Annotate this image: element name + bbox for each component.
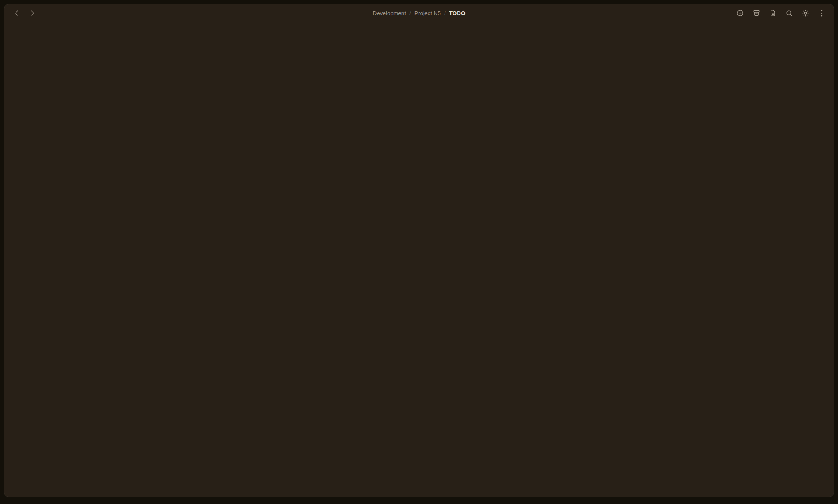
- search-icon[interactable]: [784, 8, 794, 18]
- archive-box-icon[interactable]: [752, 8, 761, 18]
- breadcrumb-separator: /: [409, 10, 411, 16]
- breadcrumb: Development / Project N5 / TODO: [373, 10, 466, 16]
- settings-icon[interactable]: [801, 8, 810, 18]
- overflow-menu-icon[interactable]: [817, 8, 826, 18]
- arrow-right-icon[interactable]: [28, 8, 37, 18]
- topbar: Development / Project N5 / TODO: [4, 4, 834, 22]
- topbar-actions: [735, 8, 826, 18]
- breadcrumb-item[interactable]: Development: [373, 10, 406, 16]
- plus-circle-icon[interactable]: [735, 8, 745, 18]
- document-icon[interactable]: [768, 8, 777, 18]
- arrow-left-icon[interactable]: [12, 8, 21, 18]
- topbar-nav: [12, 8, 37, 18]
- breadcrumb-separator: /: [444, 10, 446, 16]
- board: [4, 24, 834, 497]
- breadcrumb-item[interactable]: Project N5: [414, 10, 441, 16]
- app-window: Development / Project N5 / TODO: [4, 4, 834, 497]
- breadcrumb-item-current: TODO: [449, 10, 466, 16]
